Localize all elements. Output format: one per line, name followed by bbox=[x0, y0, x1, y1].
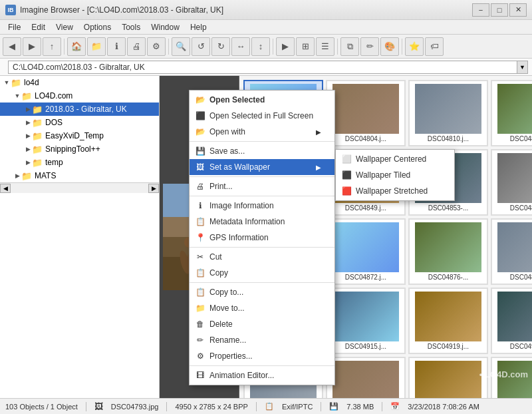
menu-view[interactable]: View bbox=[51, 20, 78, 35]
tree-item-2[interactable]: ▶📁2018.03 - Gibraltar, UK bbox=[0, 103, 159, 116]
ctx-delete[interactable]: 🗑 Delete bbox=[190, 316, 334, 332]
tree-item-5[interactable]: ▶📁SnippingTool++ bbox=[0, 142, 159, 156]
menu-edit[interactable]: Edit bbox=[26, 20, 51, 35]
tb-flip-h[interactable]: ↔ bbox=[231, 37, 250, 56]
address-input[interactable] bbox=[8, 61, 517, 74]
ctx-open-selected[interactable]: 📂 Open Selected bbox=[190, 92, 334, 108]
thumb-img-19 bbox=[497, 361, 532, 398]
tree-expander-2[interactable]: ▶ bbox=[24, 105, 32, 113]
tree-expander-6[interactable]: ▶ bbox=[24, 158, 32, 166]
tree-item-6[interactable]: ▶📁temp bbox=[0, 156, 159, 169]
tree-item-4[interactable]: ▶📁EasyXviD_Temp bbox=[0, 129, 159, 142]
ctx-copy-to[interactable]: 📋 Copy to... bbox=[190, 284, 334, 300]
tb-sep1 bbox=[64, 39, 65, 55]
ctx-properties[interactable]: ⚙ Properties... bbox=[190, 348, 334, 364]
address-dropdown[interactable]: ▼ bbox=[517, 61, 528, 74]
ctx-image-info[interactable]: ℹ Image Information bbox=[190, 198, 334, 214]
tree-item-3[interactable]: ▶📁DOS bbox=[0, 116, 159, 129]
tree-label-5: SnippingTool++ bbox=[45, 144, 100, 154]
tb-print[interactable]: 🖨 bbox=[127, 37, 146, 56]
ctx-move-to[interactable]: 📁 Move to... bbox=[190, 300, 334, 316]
close-button[interactable]: ✕ bbox=[509, 3, 527, 17]
thumbnail-14[interactable]: DSC04919.j... bbox=[408, 288, 488, 354]
app-icon: IB bbox=[5, 5, 16, 15]
thumbnail-13[interactable]: DSC04915.j... bbox=[326, 288, 406, 354]
ctx-open-fullscreen[interactable]: ⬛ Open Selected in Full Screen bbox=[190, 108, 334, 124]
ctx-open-with[interactable]: 📂 Open with ▶ bbox=[190, 124, 334, 140]
status-sep3 bbox=[256, 402, 257, 411]
tb-compare[interactable]: ⧉ bbox=[340, 37, 359, 56]
ctx-animation-editor[interactable]: 🎞 Animation Editor... bbox=[190, 367, 334, 383]
thumb-label-15: DSC04921.j... bbox=[495, 343, 532, 350]
ctx-gps-info[interactable]: 📍 GPS Information bbox=[190, 230, 334, 246]
thumbnail-17[interactable]: DSC... bbox=[326, 357, 406, 398]
ctx-metadata-info[interactable]: 📋 Metadata Information bbox=[190, 214, 334, 230]
tb-back[interactable]: ◀ bbox=[3, 37, 21, 56]
tb-flip-v[interactable]: ↕ bbox=[251, 37, 270, 56]
submenu-wallpaper-tiled[interactable]: ⬛ Wallpaper Tiled bbox=[336, 167, 454, 183]
tb-rotate-r[interactable]: ↻ bbox=[211, 37, 230, 56]
tree-expander-7[interactable]: ▶ bbox=[13, 172, 21, 180]
tb-up[interactable]: ↑ bbox=[43, 37, 61, 56]
tree-label-6: temp bbox=[45, 158, 63, 167]
thumbnail-3[interactable]: DSC04812.j... bbox=[491, 80, 532, 146]
status-meta-icon: 📋 bbox=[265, 402, 274, 411]
tb-folder[interactable]: 📁 bbox=[87, 37, 106, 56]
ctx-anim-icon: 🎞 bbox=[195, 370, 205, 381]
ctx-print[interactable]: 🖨 Print... bbox=[190, 178, 334, 194]
menu-file[interactable]: File bbox=[3, 20, 26, 35]
submenu-wallpaper-centered[interactable]: ⬜ Wallpaper Centered bbox=[336, 151, 454, 167]
tree-expander-0[interactable]: ▼ bbox=[3, 79, 11, 87]
minimize-button[interactable]: − bbox=[472, 3, 489, 17]
window-controls: − □ ✕ bbox=[472, 3, 527, 17]
thumbnail-18[interactable]: DSC... bbox=[408, 357, 488, 398]
tree-item-0[interactable]: ▼📁lo4d bbox=[0, 76, 159, 89]
tb-list[interactable]: ☰ bbox=[316, 37, 334, 56]
ctx-copy[interactable]: 📋 Copy bbox=[190, 265, 334, 281]
tb-home[interactable]: 🏠 bbox=[67, 37, 86, 56]
folder-icon-2: 📁 bbox=[32, 104, 43, 114]
tb-star[interactable]: ⭐ bbox=[405, 37, 424, 56]
tb-sep3 bbox=[273, 39, 273, 55]
tree-expander-3[interactable]: ▶ bbox=[24, 118, 32, 126]
thumbnail-9[interactable]: DSC04872.j... bbox=[326, 218, 406, 285]
menu-window[interactable]: Window bbox=[146, 20, 185, 35]
tb-rotate-l[interactable]: ↺ bbox=[192, 37, 210, 56]
tb-slide[interactable]: ▶ bbox=[276, 37, 295, 56]
tb-settings[interactable]: ⚙ bbox=[147, 37, 166, 56]
thumbnail-2[interactable]: DSC04810.j... bbox=[408, 80, 488, 146]
ctx-save-as[interactable]: 💾 Save as... bbox=[190, 143, 334, 159]
thumbnail-10[interactable]: DSC04876-... bbox=[408, 218, 488, 285]
tb-info[interactable]: ℹ bbox=[107, 37, 126, 56]
tb-tag[interactable]: 🏷 bbox=[425, 37, 444, 56]
thumbnail-1[interactable]: DSC04804.j... bbox=[326, 80, 406, 146]
thumbnail-7[interactable]: DSC04861.j... bbox=[491, 149, 532, 216]
tb-forward[interactable]: ▶ bbox=[23, 37, 41, 56]
submenu-wallpaper-stretched[interactable]: 🟥 Wallpaper Stretched bbox=[336, 183, 454, 199]
ctx-cut[interactable]: ✂ Cut bbox=[190, 249, 334, 265]
thumb-img-14 bbox=[415, 292, 481, 341]
thumbnail-15[interactable]: DSC04921.j... bbox=[491, 288, 532, 354]
tb-color[interactable]: 🎨 bbox=[380, 37, 399, 56]
thumb-img-13 bbox=[332, 292, 399, 341]
menu-options[interactable]: Options bbox=[78, 20, 116, 35]
ctx-sep5 bbox=[190, 282, 334, 283]
tree-item-1[interactable]: ▼📁LO4D.com bbox=[0, 89, 159, 103]
tb-zoom-in[interactable]: 🔍 bbox=[172, 37, 190, 56]
tree-expander-5[interactable]: ▶ bbox=[24, 145, 32, 153]
tree-expander-1[interactable]: ▼ bbox=[13, 92, 21, 100]
sidebar-hscroll[interactable]: ◀ ▶ bbox=[0, 182, 159, 193]
ctx-set-wallpaper[interactable]: 🖼 Set as Wallpaper ▶ bbox=[190, 159, 334, 175]
thumbnail-19[interactable]: DSC... bbox=[491, 357, 532, 398]
ctx-rename[interactable]: ✏ Rename... bbox=[190, 332, 334, 348]
tree-item-7[interactable]: ▶📁MATS bbox=[0, 169, 159, 182]
menu-tools[interactable]: Tools bbox=[116, 20, 146, 35]
tb-edit[interactable]: ✏ bbox=[360, 37, 379, 56]
wallpaper-tiled-icon: ⬛ bbox=[341, 170, 352, 180]
tree-expander-4[interactable]: ▶ bbox=[24, 132, 32, 140]
maximize-button[interactable]: □ bbox=[491, 3, 508, 17]
menu-help[interactable]: Help bbox=[185, 20, 212, 35]
ctx-moveto-icon: 📁 bbox=[195, 303, 205, 313]
tb-grid[interactable]: ⊞ bbox=[296, 37, 315, 56]
thumbnail-11[interactable]: DSC04885.j... bbox=[491, 218, 532, 285]
